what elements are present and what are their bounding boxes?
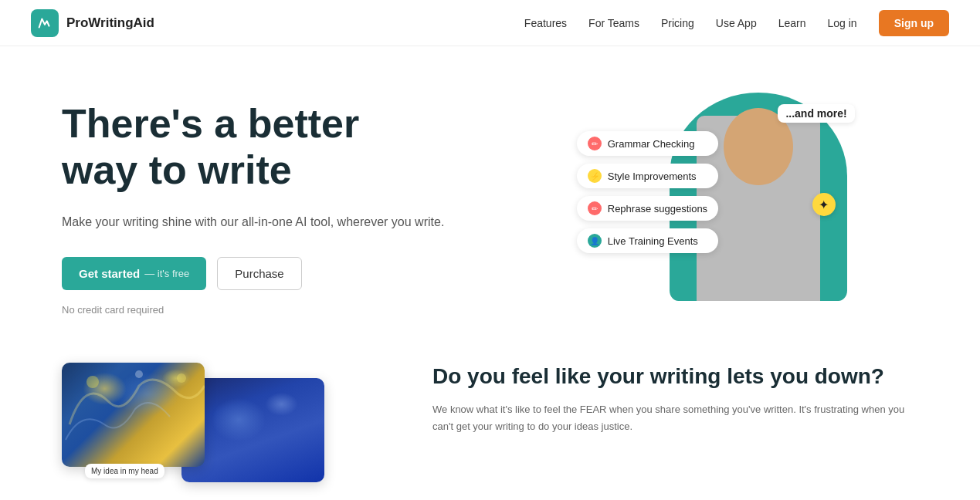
idea-bubble: My idea in my head (85, 464, 164, 478)
pill-rephrase-label: Rephrase suggestions (608, 203, 707, 215)
login-button[interactable]: Log in (828, 17, 857, 29)
hero-title-line1: There's a better (62, 101, 359, 146)
rephrase-icon: ✏ (588, 201, 602, 215)
nav-features[interactable]: Features (524, 17, 567, 29)
no-credit-text: No credit card required (62, 304, 467, 316)
feature-pills: ✏ Grammar Checking ⚡ Style Improvements … (577, 131, 718, 253)
sparkle-icon: ✦ (812, 193, 836, 216)
navbar: ProWritingAid Features For Teams Pricing… (0, 0, 980, 46)
hero-cta-row: Get started — it's free Purchase (62, 257, 467, 290)
purchase-button[interactable]: Purchase (217, 257, 301, 290)
hero-title-line2: way to write (62, 147, 292, 192)
section-title: Do you feel like your writing lets you d… (432, 363, 918, 390)
hero-illustration: ...and more! ✦ ✏ Grammar Checking ⚡ Styl… (577, 93, 855, 324)
nav-learn[interactable]: Learn (778, 17, 806, 29)
and-more-label: ...and more! (778, 104, 854, 123)
get-started-label: Get started (79, 267, 140, 280)
get-started-button[interactable]: Get started — it's free (62, 257, 206, 290)
nav-links: Features For Teams Pricing Use App Learn… (524, 10, 949, 36)
pill-style: ⚡ Style Improvements (577, 164, 718, 188)
logo-link[interactable]: ProWritingAid (31, 9, 154, 37)
section-desc: We know what it's like to feel the FEAR … (432, 401, 918, 434)
pill-grammar: ✏ Grammar Checking (577, 131, 718, 156)
pill-training-label: Live Training Events (608, 235, 698, 247)
pill-training: 👤 Live Training Events (577, 228, 718, 253)
nav-for-teams[interactable]: For Teams (588, 17, 639, 29)
style-icon: ⚡ (588, 169, 602, 183)
pill-grammar-label: Grammar Checking (608, 138, 695, 150)
brand-name: ProWritingAid (66, 15, 154, 31)
bottom-right: Do you feel like your writing lets you d… (432, 355, 918, 434)
grammar-icon: ✏ (588, 137, 602, 150)
nav-use-app[interactable]: Use App (716, 17, 757, 29)
hero-left: There's a better way to write Make your … (62, 101, 467, 315)
bottom-left: My idea in my head (62, 355, 386, 486)
nav-pricing[interactable]: Pricing (661, 17, 694, 29)
svg-point-1 (135, 370, 143, 378)
hero-subtitle: Make your writing shine with our all-in-… (62, 212, 467, 232)
svg-point-2 (177, 373, 186, 383)
hero-title: There's a better way to write (62, 101, 467, 194)
bottom-section: My idea in my head Do you feel like your… (0, 355, 980, 486)
free-label: — it's free (144, 268, 189, 279)
starry-night-svg (62, 363, 205, 467)
painting-card-main (62, 363, 205, 467)
hero-section: There's a better way to write Make your … (0, 46, 980, 355)
pill-rephrase: ✏ Rephrase suggestions (577, 196, 718, 221)
hero-right: ...and more! ✦ ✏ Grammar Checking ⚡ Styl… (514, 85, 919, 332)
pill-style-label: Style Improvements (608, 171, 697, 182)
training-icon: 👤 (588, 234, 602, 248)
painting-stack: My idea in my head (62, 363, 324, 486)
logo-icon (31, 9, 59, 37)
signup-button[interactable]: Sign up (879, 10, 949, 36)
svg-point-0 (86, 376, 99, 388)
